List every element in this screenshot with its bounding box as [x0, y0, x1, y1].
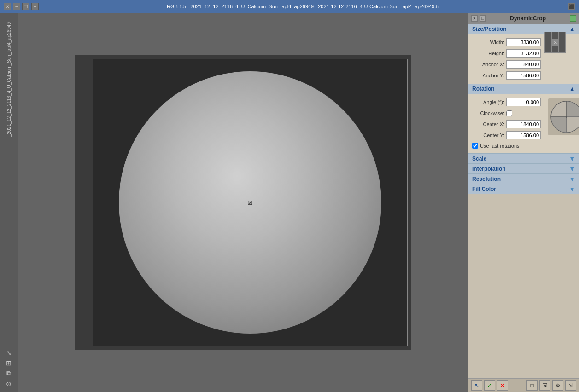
anchor-cell-0[interactable]: [545, 32, 551, 39]
image-container: [75, 55, 411, 350]
fast-rotations-row: Use fast rotations: [468, 141, 579, 150]
center-x-row: Center X:: [468, 119, 544, 130]
interpolation-arrow: ▼: [569, 165, 575, 173]
title-bar: ✕ − ❐ + RGB 1:5 _2021_12_12_2116_4_U_Cal…: [0, 0, 579, 13]
right-panel: ✕ □ DynamicCrop + Size/Position ▲ Width:…: [468, 13, 579, 392]
width-row: Width: ✕: [468, 37, 579, 48]
width-label: Width:: [472, 40, 504, 45]
anchor-cell-4[interactable]: ✕: [552, 39, 558, 46]
height-label: Height:: [472, 51, 504, 56]
panel-window-controls[interactable]: ✕ □: [471, 15, 486, 22]
width-input[interactable]: [506, 38, 541, 46]
settings-icon[interactable]: ⊙: [6, 380, 12, 387]
anchor-x-row: Anchor X:: [468, 59, 579, 70]
accept-button[interactable]: ✓: [484, 380, 495, 391]
anchor-x-input[interactable]: [506, 60, 541, 69]
scale-arrow: ▼: [569, 155, 575, 162]
svg-point-5: [566, 116, 567, 118]
scale-section-header[interactable]: Scale ▼: [468, 153, 579, 163]
panel-title: DynamicCrop: [486, 15, 570, 22]
zoom-fit-icon[interactable]: ⤡: [6, 349, 12, 357]
panel-close-button[interactable]: ✕: [471, 15, 478, 22]
sidebar-filename: _2021_12_12_2116_4_U_Calcium_Sun_lapl4_a…: [6, 22, 12, 137]
size-position-label: Size/Position: [472, 26, 507, 32]
new-window-button[interactable]: □: [526, 380, 538, 391]
image-viewport[interactable]: [93, 59, 408, 346]
fill-color-arrow: ▼: [569, 185, 575, 193]
main-content: _2021_12_12_2116_4_U_Calcium_Sun_lapl4_a…: [0, 13, 579, 392]
window-title: RGB 1:5 _2021_12_12_2116_4_U_Calcium_Sun…: [42, 4, 564, 9]
zoom-actual-icon[interactable]: ⊞: [6, 359, 12, 367]
clockwise-label: Clockwise:: [472, 110, 504, 116]
fill-color-label: Fill Color: [472, 186, 496, 192]
anchor-cell-8[interactable]: [559, 46, 565, 52]
anchor-cell-3[interactable]: [545, 39, 551, 46]
window-controls[interactable]: ✕ − ❐ +: [4, 3, 39, 10]
rotation-content: Angle (°): Clockwise: Center X: Center Y…: [468, 94, 579, 153]
sidebar-bottom-icons: ⤡ ⊞ ⧉ ⊙: [6, 349, 12, 387]
clockwise-checkbox[interactable]: [506, 110, 512, 116]
interpolation-section-header[interactable]: Interpolation ▼: [468, 163, 579, 173]
rotation-label: Rotation: [472, 86, 495, 92]
anchor-x-label: Anchor X:: [472, 62, 504, 67]
fast-rotations-label: Use fast rotations: [480, 143, 520, 149]
center-y-label: Center Y:: [472, 133, 504, 138]
arrow-tool-button[interactable]: ↖: [471, 380, 482, 391]
size-position-content: Width: ✕ Height: Ancho: [468, 34, 579, 84]
resolution-arrow: ▼: [569, 175, 575, 183]
interpolation-label: Interpolation: [472, 166, 506, 172]
rotation-preview: [548, 98, 579, 135]
resolution-section-header[interactable]: Resolution ▼: [468, 173, 579, 184]
anchor-cell-7[interactable]: [552, 46, 558, 52]
anchor-cell-5[interactable]: [559, 39, 565, 46]
clockwise-row: Clockwise:: [468, 108, 544, 119]
sun-image: [119, 71, 381, 334]
resolution-label: Resolution: [472, 176, 501, 182]
scale-label: Scale: [472, 156, 486, 162]
left-sidebar: _2021_12_12_2116_4_U_Calcium_Sun_lapl4_a…: [0, 13, 18, 392]
settings-button[interactable]: ⚙: [552, 380, 563, 391]
anchor-cell-2[interactable]: [559, 32, 565, 39]
panel-toolbar: ↖ ✓ ✕ □ 🖫 ⚙ ⇲: [468, 378, 579, 392]
minimize-button[interactable]: −: [13, 3, 20, 10]
angle-row: Angle (°):: [468, 97, 544, 108]
anchor-y-row: Anchor Y:: [468, 70, 579, 81]
angle-input[interactable]: [506, 98, 541, 106]
anchor-cell-6[interactable]: [545, 46, 551, 52]
restore-button[interactable]: ❐: [22, 3, 29, 10]
rotation-arrow: ▲: [569, 85, 575, 92]
fill-color-section-header[interactable]: Fill Color ▼: [468, 184, 579, 194]
panel-float-button[interactable]: □: [480, 15, 486, 22]
canvas-area[interactable]: [18, 13, 468, 392]
save-button[interactable]: 🖫: [539, 380, 550, 391]
anchor-y-input[interactable]: [506, 71, 541, 80]
window-expand-button[interactable]: ⬛: [568, 3, 575, 10]
copy-icon[interactable]: ⧉: [6, 369, 11, 377]
maximize-button[interactable]: +: [31, 3, 39, 10]
height-input[interactable]: [506, 49, 541, 58]
center-x-label: Center X:: [472, 121, 504, 127]
size-position-arrow: ▲: [569, 25, 575, 33]
fast-rotations-checkbox[interactable]: [472, 143, 478, 149]
close-button[interactable]: ✕: [4, 3, 11, 10]
angle-label: Angle (°):: [472, 99, 504, 105]
crosshair-marker: [246, 199, 254, 206]
center-x-input[interactable]: [506, 120, 541, 128]
cancel-button[interactable]: ✕: [497, 380, 508, 391]
rotation-header[interactable]: Rotation ▲: [468, 84, 579, 94]
resize-button[interactable]: ⇲: [565, 380, 576, 391]
anchor-grid-width: ✕: [544, 32, 566, 53]
anchor-cell-1[interactable]: [552, 32, 558, 39]
panel-title-bar: ✕ □ DynamicCrop +: [468, 13, 579, 24]
center-y-input[interactable]: [506, 131, 541, 139]
anchor-y-label: Anchor Y:: [472, 73, 504, 78]
panel-maximize-button[interactable]: +: [570, 15, 576, 22]
center-y-row: Center Y:: [468, 130, 544, 141]
